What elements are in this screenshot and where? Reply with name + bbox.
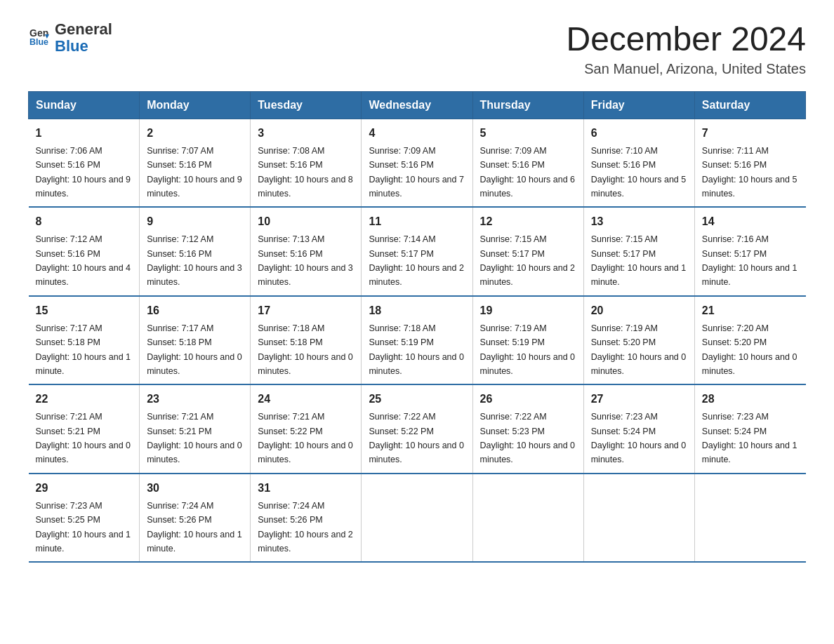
page-subtitle: San Manuel, Arizona, United States (566, 61, 806, 77)
calendar-cell: 18 Sunrise: 7:18 AMSunset: 5:19 PMDaylig… (362, 296, 472, 385)
calendar-cell: 27 Sunrise: 7:23 AMSunset: 5:24 PMDaylig… (583, 384, 694, 474)
day-info: Sunrise: 7:08 AMSunset: 5:16 PMDaylight:… (258, 146, 353, 199)
calendar-cell: 1 Sunrise: 7:06 AMSunset: 5:16 PMDayligh… (29, 119, 140, 207)
calendar-cell: 8 Sunrise: 7:12 AMSunset: 5:16 PMDayligh… (29, 207, 140, 296)
day-info: Sunrise: 7:23 AMSunset: 5:25 PMDaylight:… (36, 501, 131, 554)
day-number: 8 (36, 213, 133, 230)
column-header-thursday: Thursday (472, 91, 583, 119)
day-info: Sunrise: 7:14 AMSunset: 5:17 PMDaylight:… (369, 234, 464, 287)
day-info: Sunrise: 7:12 AMSunset: 5:16 PMDaylight:… (147, 234, 242, 287)
day-info: Sunrise: 7:07 AMSunset: 5:16 PMDaylight:… (147, 146, 242, 199)
day-info: Sunrise: 7:19 AMSunset: 5:20 PMDaylight:… (591, 323, 687, 376)
calendar-cell: 13 Sunrise: 7:15 AMSunset: 5:17 PMDaylig… (583, 207, 694, 296)
calendar-cell: 19 Sunrise: 7:19 AMSunset: 5:19 PMDaylig… (472, 296, 583, 385)
day-info: Sunrise: 7:23 AMSunset: 5:24 PMDaylight:… (591, 412, 687, 464)
day-info: Sunrise: 7:18 AMSunset: 5:19 PMDaylight:… (369, 323, 464, 376)
day-info: Sunrise: 7:16 AMSunset: 5:17 PMDaylight:… (702, 234, 797, 287)
header: General Blue General Blue December 2024 … (28, 21, 806, 77)
calendar-week-row: 1 Sunrise: 7:06 AMSunset: 5:16 PMDayligh… (29, 119, 806, 207)
day-number: 7 (702, 125, 799, 142)
calendar-cell: 15 Sunrise: 7:17 AMSunset: 5:18 PMDaylig… (29, 296, 140, 385)
calendar-cell (472, 474, 583, 563)
day-info: Sunrise: 7:22 AMSunset: 5:23 PMDaylight:… (480, 412, 576, 464)
day-number: 11 (369, 213, 465, 230)
day-info: Sunrise: 7:17 AMSunset: 5:18 PMDaylight:… (36, 323, 131, 376)
day-info: Sunrise: 7:20 AMSunset: 5:20 PMDaylight:… (702, 323, 797, 376)
calendar-cell: 25 Sunrise: 7:22 AMSunset: 5:22 PMDaylig… (362, 384, 472, 474)
calendar-cell: 2 Sunrise: 7:07 AMSunset: 5:16 PMDayligh… (140, 119, 251, 207)
day-info: Sunrise: 7:06 AMSunset: 5:16 PMDaylight:… (36, 146, 131, 199)
calendar-cell: 9 Sunrise: 7:12 AMSunset: 5:16 PMDayligh… (140, 207, 251, 296)
day-number: 23 (147, 391, 243, 408)
column-header-saturday: Saturday (694, 91, 805, 119)
calendar-cell (694, 474, 805, 563)
day-number: 27 (591, 391, 687, 408)
day-number: 28 (702, 391, 799, 408)
day-number: 24 (258, 391, 354, 408)
day-number: 19 (480, 302, 576, 319)
calendar-cell: 12 Sunrise: 7:15 AMSunset: 5:17 PMDaylig… (472, 207, 583, 296)
day-number: 5 (480, 125, 576, 142)
day-number: 6 (591, 125, 687, 142)
column-header-sunday: Sunday (29, 91, 140, 119)
calendar-cell: 17 Sunrise: 7:18 AMSunset: 5:18 PMDaylig… (251, 296, 362, 385)
calendar-cell: 30 Sunrise: 7:24 AMSunset: 5:26 PMDaylig… (140, 474, 251, 563)
column-header-monday: Monday (140, 91, 251, 119)
column-header-wednesday: Wednesday (362, 91, 472, 119)
day-number: 29 (36, 480, 133, 497)
calendar-cell: 21 Sunrise: 7:20 AMSunset: 5:20 PMDaylig… (694, 296, 805, 385)
day-number: 1 (36, 125, 133, 142)
day-info: Sunrise: 7:15 AMSunset: 5:17 PMDaylight:… (480, 234, 576, 287)
day-number: 18 (369, 302, 465, 319)
day-info: Sunrise: 7:13 AMSunset: 5:16 PMDaylight:… (258, 234, 353, 287)
title-area: December 2024 San Manuel, Arizona, Unite… (566, 21, 806, 77)
calendar-cell: 14 Sunrise: 7:16 AMSunset: 5:17 PMDaylig… (694, 207, 805, 296)
day-number: 3 (258, 125, 354, 142)
day-info: Sunrise: 7:15 AMSunset: 5:17 PMDaylight:… (591, 234, 687, 287)
calendar-cell (583, 474, 694, 563)
day-number: 14 (702, 213, 799, 230)
calendar-cell: 26 Sunrise: 7:22 AMSunset: 5:23 PMDaylig… (472, 384, 583, 474)
day-number: 22 (36, 391, 133, 408)
calendar-cell: 4 Sunrise: 7:09 AMSunset: 5:16 PMDayligh… (362, 119, 472, 207)
day-info: Sunrise: 7:09 AMSunset: 5:16 PMDaylight:… (480, 146, 576, 199)
day-number: 9 (147, 213, 243, 230)
calendar-cell: 22 Sunrise: 7:21 AMSunset: 5:21 PMDaylig… (29, 384, 140, 474)
day-info: Sunrise: 7:24 AMSunset: 5:26 PMDaylight:… (258, 501, 353, 554)
calendar-cell: 20 Sunrise: 7:19 AMSunset: 5:20 PMDaylig… (583, 296, 694, 385)
column-header-tuesday: Tuesday (251, 91, 362, 119)
calendar-cell: 31 Sunrise: 7:24 AMSunset: 5:26 PMDaylig… (251, 474, 362, 563)
day-info: Sunrise: 7:10 AMSunset: 5:16 PMDaylight:… (591, 146, 687, 199)
calendar-cell (362, 474, 472, 563)
day-info: Sunrise: 7:12 AMSunset: 5:16 PMDaylight:… (36, 234, 131, 287)
calendar-cell: 23 Sunrise: 7:21 AMSunset: 5:21 PMDaylig… (140, 384, 251, 474)
calendar-cell: 24 Sunrise: 7:21 AMSunset: 5:22 PMDaylig… (251, 384, 362, 474)
day-number: 21 (702, 302, 799, 319)
day-info: Sunrise: 7:19 AMSunset: 5:19 PMDaylight:… (480, 323, 576, 376)
day-number: 10 (258, 213, 354, 230)
logo-text-blue: Blue (55, 38, 112, 55)
calendar-cell: 28 Sunrise: 7:23 AMSunset: 5:24 PMDaylig… (694, 384, 805, 474)
day-number: 2 (147, 125, 243, 142)
day-number: 12 (480, 213, 576, 230)
logo-text-general: General (55, 21, 112, 38)
calendar-header-row: SundayMondayTuesdayWednesdayThursdayFrid… (29, 91, 806, 119)
day-number: 15 (36, 302, 133, 319)
calendar-week-row: 22 Sunrise: 7:21 AMSunset: 5:21 PMDaylig… (29, 384, 806, 474)
column-header-friday: Friday (583, 91, 694, 119)
page-title: December 2024 (566, 21, 806, 58)
calendar-cell: 7 Sunrise: 7:11 AMSunset: 5:16 PMDayligh… (694, 119, 805, 207)
day-number: 16 (147, 302, 243, 319)
calendar-cell: 5 Sunrise: 7:09 AMSunset: 5:16 PMDayligh… (472, 119, 583, 207)
day-number: 20 (591, 302, 687, 319)
calendar-cell: 6 Sunrise: 7:10 AMSunset: 5:16 PMDayligh… (583, 119, 694, 207)
day-number: 4 (369, 125, 465, 142)
calendar-week-row: 29 Sunrise: 7:23 AMSunset: 5:25 PMDaylig… (29, 474, 806, 563)
calendar-week-row: 8 Sunrise: 7:12 AMSunset: 5:16 PMDayligh… (29, 207, 806, 296)
svg-text:Blue: Blue (29, 38, 48, 47)
day-info: Sunrise: 7:23 AMSunset: 5:24 PMDaylight:… (702, 412, 797, 464)
day-info: Sunrise: 7:09 AMSunset: 5:16 PMDaylight:… (369, 146, 464, 199)
calendar-cell: 11 Sunrise: 7:14 AMSunset: 5:17 PMDaylig… (362, 207, 472, 296)
logo-icon: General Blue (29, 27, 49, 46)
day-number: 13 (591, 213, 687, 230)
